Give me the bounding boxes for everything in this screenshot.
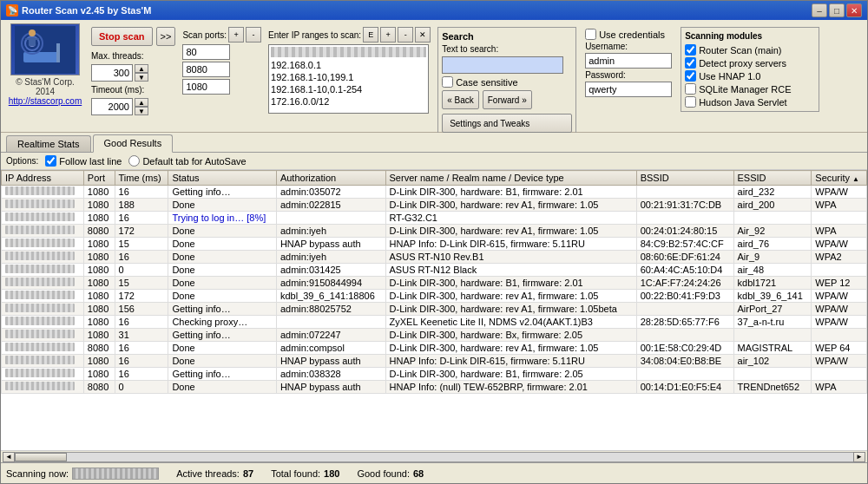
minimize-button[interactable]: – <box>812 3 827 17</box>
scroll-left-button[interactable]: ◄ <box>3 452 15 462</box>
cell-bssid <box>636 368 733 381</box>
add-port-button[interactable]: + <box>228 27 244 43</box>
ip-range-list[interactable]: 192.168.0.1 192.168.1-10,199.1 192.168.1… <box>268 44 429 114</box>
port-input-1[interactable] <box>182 44 230 60</box>
table-row[interactable]: 1080 16 Done HNAP bypass auth HNAP Info:… <box>2 355 867 368</box>
results-table-container[interactable]: IP Address Port Time (ms) Status Authori… <box>1 170 867 450</box>
forward-button[interactable]: Forward » <box>483 90 532 109</box>
col-auth[interactable]: Authorization <box>276 171 385 186</box>
ip-x-button[interactable]: ✕ <box>415 27 431 43</box>
table-row[interactable]: 1080 16 Done admin:iyeh ASUS RT-N10 Rev.… <box>2 251 867 264</box>
cell-server: D-Link DIR-300, hardware: B1, firmware: … <box>385 368 636 381</box>
cell-ip <box>2 264 84 277</box>
cell-time: 0 <box>115 381 168 394</box>
good-found-segment: Good found: 68 <box>357 468 424 479</box>
table-row[interactable]: 1080 0 Done admin:031425 ASUS RT-N12 Bla… <box>2 264 867 277</box>
back-button[interactable]: « Back <box>442 90 479 109</box>
table-row[interactable]: 1080 156 Getting info… admin:88025752 D-… <box>2 303 867 316</box>
threads-input[interactable] <box>91 64 133 82</box>
col-ip[interactable]: IP Address <box>2 171 84 186</box>
case-sensitive-row: Case sensitive <box>442 76 572 88</box>
cell-bssid <box>636 303 733 316</box>
cell-essid: air_48 <box>733 264 812 277</box>
cell-ip <box>2 186 84 199</box>
cell-time: 16 <box>115 186 168 199</box>
cell-ip <box>2 329 84 342</box>
cell-security: WPA <box>812 225 867 238</box>
tab-realtime[interactable]: Realtime Stats <box>6 135 91 152</box>
module-1-checkbox[interactable] <box>685 44 696 56</box>
maximize-button[interactable]: □ <box>829 3 845 17</box>
cell-port: 8080 <box>83 342 115 355</box>
port-input-2[interactable] <box>182 62 230 77</box>
table-row[interactable]: 1080 188 Done admin:022815 D-Link DIR-30… <box>2 199 867 212</box>
horizontal-scrollbar[interactable] <box>15 452 853 462</box>
cell-security: WPA2 <box>812 251 867 264</box>
table-row[interactable]: 1080 172 Done kdbl_39_6_141:18806 D-Link… <box>2 290 867 303</box>
col-port[interactable]: Port <box>83 171 115 186</box>
cell-bssid <box>636 212 733 225</box>
module-2-label: Detect proxy servers <box>699 58 786 69</box>
use-credentials-checkbox[interactable] <box>585 29 596 40</box>
cell-security: WPA/W <box>812 316 867 329</box>
cell-bssid: 08:60:6E:DF:61:24 <box>636 251 733 264</box>
scroll-right-button[interactable]: ► <box>853 452 865 462</box>
username-input[interactable] <box>585 53 672 69</box>
app-logo <box>10 23 80 75</box>
tab-good-results[interactable]: Good Results <box>93 134 174 153</box>
case-sensitive-checkbox[interactable] <box>442 76 453 88</box>
module-3-checkbox[interactable] <box>685 70 696 82</box>
timeout-input[interactable] <box>91 98 133 115</box>
threads-spinner[interactable]: ▲ ▼ <box>135 64 148 82</box>
cell-port: 8080 <box>83 225 115 238</box>
cell-server: D-Link DIR-300, hardware: rev A1, firmwa… <box>385 342 636 355</box>
ip-remove-button[interactable]: - <box>398 27 413 43</box>
col-time[interactable]: Time (ms) <box>115 171 168 186</box>
website-link[interactable]: http://stascorp.com <box>9 96 82 106</box>
cell-security: WEP 12 <box>812 277 867 290</box>
module-4-checkbox[interactable] <box>685 83 696 95</box>
table-row[interactable]: 1080 16 Getting info… admin:035072 D-Lin… <box>2 186 867 199</box>
table-row[interactable]: 1080 16 Checking proxy… ZyXEL Keenetic L… <box>2 316 867 329</box>
cell-time: 31 <box>115 329 168 342</box>
arrow-button[interactable]: >> <box>156 27 176 46</box>
table-row[interactable]: 1080 15 Done HNAP bypass auth HNAP Info:… <box>2 238 867 251</box>
table-row[interactable]: 8080 172 Done admin:iyeh D-Link DIR-300,… <box>2 225 867 238</box>
table-row[interactable]: 8080 0 Done HNAP bypass auth HNAP Info: … <box>2 381 867 394</box>
table-row[interactable]: 1080 16 Getting info… admin:038328 D-Lin… <box>2 368 867 381</box>
col-essid[interactable]: ESSID <box>733 171 812 186</box>
cell-bssid: 00:1E:58:C0:29:4D <box>636 342 733 355</box>
col-status[interactable]: Status <box>168 171 276 186</box>
settings-button[interactable]: Settings and Tweaks <box>442 114 572 133</box>
table-row[interactable]: 1080 16 Trying to log in… [8%] RT-G32.C1 <box>2 212 867 225</box>
cell-security <box>812 329 867 342</box>
table-row[interactable]: 8080 16 Done admin:compsol D-Link DIR-30… <box>2 342 867 355</box>
cell-bssid: 84:C9:B2:57:4C:CF <box>636 238 733 251</box>
module-5-checkbox[interactable] <box>685 96 696 108</box>
col-bssid[interactable]: BSSID <box>636 171 733 186</box>
col-security[interactable]: Security ▲ <box>812 171 867 186</box>
cell-ip <box>2 238 84 251</box>
cell-status: Getting info… <box>168 368 276 381</box>
stop-scan-button[interactable]: Stop scan <box>91 27 153 46</box>
follow-last-line-checkbox[interactable] <box>45 155 56 167</box>
col-server[interactable]: Server name / Realm name / Device type <box>385 171 636 186</box>
port-input-3[interactable] <box>182 79 230 95</box>
cell-auth: admin:072247 <box>276 329 385 342</box>
cell-port: 1080 <box>83 238 115 251</box>
password-input[interactable] <box>585 82 672 97</box>
ip-e-button[interactable]: E <box>363 27 378 43</box>
remove-port-button[interactable]: - <box>246 27 261 43</box>
module-2-checkbox[interactable] <box>685 57 696 69</box>
close-button[interactable]: ✕ <box>846 3 862 17</box>
search-input[interactable] <box>442 56 563 74</box>
table-row[interactable]: 1080 15 Done admin:9150844994 D-Link DIR… <box>2 277 867 290</box>
module-item-3: Use HNAP 1.0 <box>685 70 815 82</box>
timeout-spinner[interactable]: ▲ ▼ <box>135 98 148 115</box>
cell-ip <box>2 355 84 368</box>
module-item-4: SQLite Manager RCE <box>685 83 815 95</box>
ip-add-button[interactable]: + <box>380 27 396 43</box>
default-tab-radio[interactable] <box>128 155 140 167</box>
cell-ip <box>2 342 84 355</box>
table-row[interactable]: 1080 31 Getting info… admin:072247 D-Lin… <box>2 329 867 342</box>
